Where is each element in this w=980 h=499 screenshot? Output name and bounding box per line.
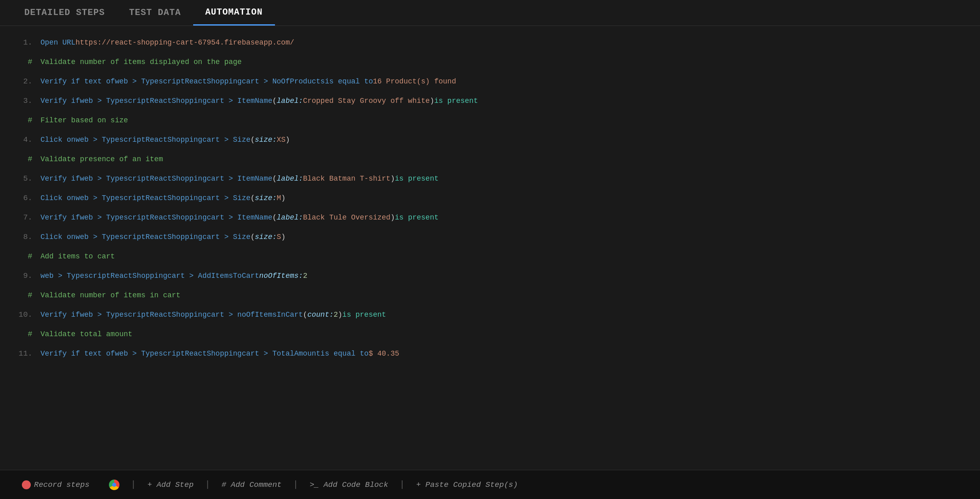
code-token: Cropped Stay Groovy off white [303, 95, 430, 107]
code-line: 8.Click on web > TypescriptReactShopping… [0, 228, 980, 248]
record-steps-label: Record steps [34, 480, 89, 489]
code-token: Validate total amount [40, 328, 132, 340]
paste-copied-button[interactable]: + Paste Copied Step(s) [407, 480, 528, 489]
line-text: Validate number of items in cart [40, 290, 964, 301]
code-token: Verify if text of [40, 76, 115, 87]
code-token: M [277, 192, 281, 204]
code-token: ) [281, 192, 285, 204]
line-text: Filter based on size [40, 115, 964, 126]
line-text: Verify if text of web > TypescriptReactS… [40, 348, 964, 360]
code-token: ) [338, 309, 343, 321]
code-token: is present [342, 309, 386, 321]
code-token: Filter based on size [40, 115, 128, 126]
code-token: is present [395, 212, 439, 224]
code-token: size: [255, 134, 277, 146]
code-token: ) [281, 231, 285, 243]
line-number: 2. [16, 75, 40, 87]
code-line: #Validate number of items in cart [0, 287, 980, 306]
code-token: ( [251, 134, 255, 146]
code-token: web > TypescriptReactShoppingcart > AddI… [40, 270, 259, 282]
code-token: Click on [40, 134, 75, 146]
add-code-block-button[interactable]: >_ Add Code Block [300, 480, 398, 489]
separator: | [292, 480, 300, 490]
code-token: Verify if text of [40, 348, 115, 360]
code-token: is equal to [325, 76, 373, 87]
line-text: web > TypescriptReactShoppingcart > AddI… [40, 270, 964, 282]
code-token: label: [277, 173, 303, 185]
code-token: web > TypescriptReactShoppingcart > NoOf… [115, 76, 325, 87]
separator: | [203, 480, 212, 490]
code-token: 2 [303, 270, 307, 282]
code-token: label: [277, 95, 303, 107]
code-token: web > TypescriptReactShoppingcart > Item… [80, 212, 272, 224]
code-token: web > TypescriptReactShoppingcart > Item… [80, 95, 272, 107]
chrome-icon [109, 480, 119, 490]
line-text: Verify if web > TypescriptReactShoppingc… [40, 173, 964, 185]
add-comment-button[interactable]: # Add Comment [212, 480, 291, 489]
code-token: https://react-shopping-cart-67954.fireba… [75, 37, 294, 49]
line-number: 1. [16, 36, 40, 49]
code-token: Click on [40, 231, 75, 243]
code-token: Click on [40, 192, 75, 204]
code-token: ( [273, 95, 277, 107]
chrome-browser-icon[interactable] [99, 480, 129, 490]
code-token: Validate number of items displayed on th… [40, 56, 242, 68]
line-number: 11. [16, 348, 40, 360]
code-token: Validate number of items in cart [40, 290, 181, 301]
code-token: Add items to cart [40, 251, 115, 262]
code-token: Open URL [40, 37, 75, 49]
code-token: Validate presence of an item [40, 154, 163, 165]
line-number: # [16, 289, 40, 301]
line-text: Add items to cart [40, 251, 964, 262]
code-token: web > TypescriptReactShoppingcart > noOf… [80, 309, 303, 321]
code-token: web > TypescriptReactShoppingcart > Size [75, 231, 250, 243]
code-token: web > TypescriptReactShoppingcart > Tota… [115, 348, 321, 360]
code-token: web > TypescriptReactShoppingcart > Size [75, 192, 250, 204]
code-line: 1.Open URL https://react-shopping-cart-6… [0, 34, 980, 53]
code-token: 2 [334, 309, 338, 321]
line-text: Validate total amount [40, 328, 964, 340]
code-token: noOfItems: [259, 270, 303, 282]
code-token: ( [303, 309, 307, 321]
code-token: web > TypescriptReactShoppingcart > Size [75, 134, 250, 146]
tab-detailed-steps[interactable]: DETAILED STEPS [12, 0, 117, 26]
code-line: #Validate total amount [0, 326, 980, 345]
line-text: Verify if web > TypescriptReactShoppingc… [40, 95, 964, 107]
tab-automation[interactable]: AUTOMATION [193, 0, 275, 26]
code-token: Black Batman T-shirt [303, 173, 390, 185]
code-token: Verify if [40, 212, 80, 224]
code-line: 7.Verify if web > TypescriptReactShoppin… [0, 209, 980, 228]
line-number: # [16, 56, 40, 68]
code-line: #Validate number of items displayed on t… [0, 53, 980, 73]
line-text: Click on web > TypescriptReactShoppingca… [40, 192, 964, 204]
line-text: Verify if web > TypescriptReactShoppingc… [40, 212, 964, 224]
code-line: 5.Verify if web > TypescriptReactShoppin… [0, 170, 980, 190]
line-text: Validate number of items displayed on th… [40, 56, 964, 68]
record-steps-button[interactable]: Record steps [12, 480, 99, 489]
code-token: Verify if [40, 95, 80, 107]
code-content: 1.Open URL https://react-shopping-cart-6… [0, 26, 980, 470]
code-line: 3.Verify if web > TypescriptReactShoppin… [0, 92, 980, 112]
code-token: Verify if [40, 173, 80, 185]
code-token: ( [273, 173, 277, 185]
code-token: web > TypescriptReactShoppingcart > Item… [80, 173, 272, 185]
code-line: 11.Verify if text of web > TypescriptRea… [0, 345, 980, 365]
code-line: 9.web > TypescriptReactShoppingcart > Ad… [0, 267, 980, 287]
code-token: ) [285, 134, 290, 146]
code-token: Black Tule Oversized [303, 212, 390, 224]
code-token: is equal to [320, 348, 369, 360]
add-step-button[interactable]: + Add Step [138, 480, 203, 489]
code-token: ( [273, 212, 277, 224]
code-token: ( [251, 192, 255, 204]
line-text: Click on web > TypescriptReactShoppingca… [40, 134, 964, 146]
record-dot-icon [22, 480, 31, 489]
line-number: 4. [16, 134, 40, 146]
line-text: Verify if text of web > TypescriptReactS… [40, 76, 964, 87]
tab-test-data[interactable]: TEST DATA [117, 0, 193, 26]
code-token: ( [251, 231, 255, 243]
code-token: is present [434, 95, 478, 107]
line-number: # [16, 328, 40, 340]
bottom-bar: Record steps|+ Add Step|# Add Comment|>_… [0, 470, 980, 499]
code-line: 2.Verify if text of web > TypescriptReac… [0, 73, 980, 92]
line-number: 6. [16, 192, 40, 204]
